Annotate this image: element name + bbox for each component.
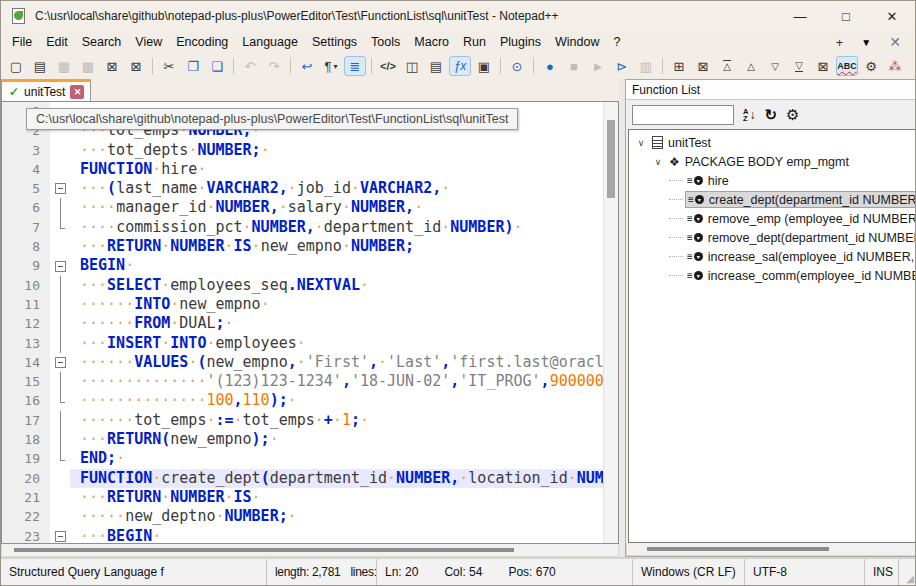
close-all-icon[interactable]: ⊠ bbox=[125, 56, 147, 76]
tree-item-hire[interactable]: ≡▾hire bbox=[629, 171, 916, 190]
tree-item-create-dept[interactable]: ≡▾create_dept(department_id NUMBER, lo bbox=[629, 190, 916, 209]
status-insert-mode[interactable]: INS bbox=[865, 559, 899, 585]
document-list-icon[interactable]: ▤ bbox=[425, 56, 447, 76]
code-editor[interactable]: 1234567891011121314151617181920212223 ··… bbox=[1, 101, 619, 544]
settings-gear-icon[interactable]: ⚙ bbox=[786, 106, 799, 124]
sort-az-icon[interactable]: AZ ↓ bbox=[743, 108, 755, 122]
line-number: 9 bbox=[2, 256, 40, 275]
status-encoding[interactable]: UTF-8 bbox=[745, 559, 865, 585]
folder-as-workspace-icon[interactable]: ▣ bbox=[473, 56, 495, 76]
editor-vertical-scrollbar[interactable] bbox=[603, 102, 618, 543]
code-line: BEGIN· bbox=[70, 256, 603, 275]
maximize-button[interactable]: □ bbox=[823, 1, 869, 31]
function-list-icon[interactable]: ƒx bbox=[449, 56, 471, 76]
code-text-area[interactable]: ···tot_emps·NUMBER;····tot_depts·NUMBER;… bbox=[70, 102, 603, 543]
collapse-current-level-icon[interactable]: △ bbox=[740, 56, 762, 76]
toolbar-overflow-icon[interactable]: » bbox=[908, 56, 916, 76]
macro-record-icon[interactable]: ● bbox=[539, 56, 561, 76]
fold-marker[interactable] bbox=[50, 179, 70, 198]
menu-macro[interactable]: Macro bbox=[407, 33, 456, 51]
fold-marker[interactable] bbox=[50, 256, 70, 275]
spell-check-abc-icon[interactable]: ABC bbox=[836, 56, 858, 76]
open-file-icon[interactable]: ▤ bbox=[29, 56, 51, 76]
line-number: 13 bbox=[2, 334, 40, 353]
fold-margin-cell bbox=[50, 488, 70, 507]
vertical-scroll-thumb[interactable] bbox=[607, 120, 615, 198]
title-bar: C:\usr\local\share\github\notepad-plus-p… bbox=[1, 1, 915, 31]
menu-view[interactable]: View bbox=[128, 33, 169, 51]
tree-item-label: create_dept(department_id NUMBER, lo bbox=[709, 193, 916, 207]
code-line: ······FROM·DUAL;· bbox=[70, 314, 603, 333]
tree-item-unittest[interactable]: ∨unitTest bbox=[629, 133, 916, 152]
new-file-icon[interactable]: ▢ bbox=[5, 56, 27, 76]
fold-margin[interactable] bbox=[50, 102, 70, 543]
editor-pane: ✓ unitTest ✕ 123456789101112131415161718… bbox=[1, 79, 619, 557]
wrap-select-icon[interactable]: ⊠ bbox=[812, 56, 834, 76]
status-eol-format[interactable]: Windows (CR LF) bbox=[633, 559, 745, 585]
toolbar-separator bbox=[662, 58, 663, 74]
fold-marker[interactable] bbox=[50, 353, 70, 372]
menu-file[interactable]: File bbox=[5, 33, 39, 51]
menu-window[interactable]: Window bbox=[548, 33, 606, 51]
word-wrap-icon[interactable]: ↩ bbox=[296, 56, 318, 76]
function-tree: ∨unitTest∨❖PACKAGE BODY emp_mgmt≡▾hire≡▾… bbox=[628, 129, 916, 543]
uncollapse-current-level-icon[interactable]: ▽ bbox=[764, 56, 786, 76]
panel-horizontal-scrollbar[interactable] bbox=[626, 543, 916, 556]
document-map-icon[interactable]: ◫ bbox=[401, 56, 423, 76]
save-icon: ▦ bbox=[53, 56, 75, 76]
tree-item-increase-sal[interactable]: ≡▾increase_sal(employee_id NUMBER, sala bbox=[629, 247, 916, 266]
menu-[interactable]: ? bbox=[606, 33, 627, 51]
tree-item-increase-comm[interactable]: ≡▾increase_comm(employee_id NUMBER, bbox=[629, 266, 916, 285]
tree-item-package-body-emp-mgmt[interactable]: ∨❖PACKAGE BODY emp_mgmt bbox=[629, 152, 916, 171]
close-button[interactable]: ✕ bbox=[869, 1, 915, 31]
paste-icon[interactable]: ❏ bbox=[206, 56, 228, 76]
menu-settings[interactable]: Settings bbox=[305, 33, 364, 51]
tab-list-icon[interactable]: ▼ bbox=[861, 37, 871, 48]
menu-language[interactable]: Language bbox=[235, 33, 305, 51]
tab-unittest[interactable]: ✓ unitTest ✕ bbox=[1, 79, 91, 101]
resize-grip bbox=[899, 559, 915, 585]
menu-encoding[interactable]: Encoding bbox=[169, 33, 235, 51]
code-line: FUNCTION·hire· bbox=[70, 160, 603, 179]
indent-guide-icon[interactable]: ≣ bbox=[344, 56, 366, 76]
minimize-button[interactable]: — bbox=[777, 1, 823, 31]
reload-icon[interactable]: ↻ bbox=[764, 106, 777, 124]
close-tab-icon[interactable]: ✕ bbox=[889, 34, 901, 50]
macro-run-multiple-icon[interactable]: ⊳ bbox=[611, 56, 633, 76]
cut-icon[interactable]: ✂ bbox=[158, 56, 180, 76]
status-cursor-position: Ln: 20 Col: 54 Pos: 670 bbox=[377, 559, 633, 585]
expand-chevron-icon[interactable]: ∨ bbox=[635, 138, 647, 148]
fold-all-icon[interactable]: △ bbox=[716, 56, 738, 76]
tree-item-remove-emp[interactable]: ≡▾remove_emp (employee_id NUMBER) bbox=[629, 209, 916, 228]
expand-chevron-icon[interactable]: ∨ bbox=[652, 157, 664, 167]
monitoring-eye-icon[interactable]: ⊙ bbox=[506, 56, 528, 76]
horizontal-scroll-thumb[interactable] bbox=[14, 548, 514, 552]
menu-run[interactable]: Run bbox=[456, 33, 493, 51]
tree-item-remove-dept[interactable]: ≡▾remove_dept(department_id NUMBER) bbox=[629, 228, 916, 247]
menu-plugins[interactable]: Plugins bbox=[493, 33, 548, 51]
menu-search[interactable]: Search bbox=[75, 33, 129, 51]
code-line: ······INTO·new_empno· bbox=[70, 295, 603, 314]
copy-icon[interactable]: ❐ bbox=[182, 56, 204, 76]
view-code-icon[interactable]: </> bbox=[377, 56, 399, 76]
function-search-input[interactable] bbox=[632, 105, 734, 125]
new-tab-button[interactable]: + bbox=[836, 35, 844, 50]
fold-margin-cell bbox=[50, 449, 70, 468]
explorer-tree-icon[interactable]: ⁂ bbox=[884, 56, 906, 76]
plugin-gears-icon[interactable]: ⚙ bbox=[860, 56, 882, 76]
show-all-characters-icon[interactable]: ¶▾ bbox=[320, 56, 342, 76]
panel-title: Function List bbox=[632, 83, 700, 97]
post-it-icon[interactable]: ⊞ bbox=[668, 56, 690, 76]
tab-close-icon[interactable]: ✕ bbox=[70, 85, 84, 99]
menu-edit[interactable]: Edit bbox=[39, 33, 75, 51]
panel-scroll-thumb[interactable] bbox=[647, 547, 829, 551]
close-icon[interactable]: ⊠ bbox=[101, 56, 123, 76]
fold-marker[interactable] bbox=[50, 527, 70, 544]
fold-margin-cell bbox=[50, 411, 70, 430]
fold-margin-cell bbox=[50, 295, 70, 314]
editor-horizontal-scrollbar[interactable] bbox=[1, 544, 619, 557]
unfold-all-icon[interactable]: ▽ bbox=[788, 56, 810, 76]
menu-tools[interactable]: Tools bbox=[364, 33, 407, 51]
distraction-free-icon[interactable]: ⊠ bbox=[692, 56, 714, 76]
code-line: ···tot_depts·NUMBER;· bbox=[70, 141, 603, 160]
